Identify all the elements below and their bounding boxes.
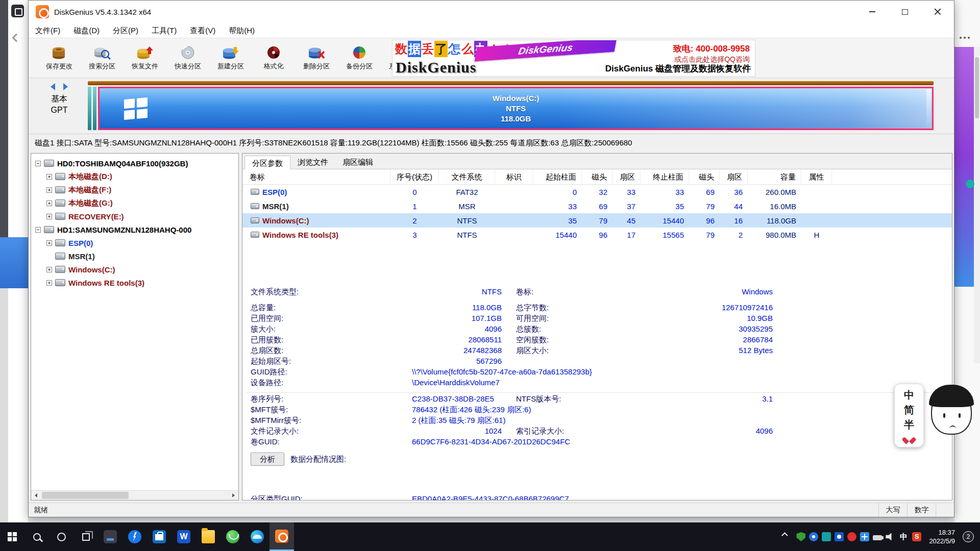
task-view-button[interactable] bbox=[74, 522, 98, 551]
ime-simplified-indicator[interactable]: 简 bbox=[904, 403, 914, 417]
taskbar-app-edge[interactable] bbox=[245, 522, 270, 551]
analyze-button[interactable]: 分析 bbox=[251, 453, 284, 466]
background-scrollbar[interactable] bbox=[974, 47, 980, 363]
tree-item-local-g[interactable]: 本地磁盘(G:) bbox=[31, 196, 238, 210]
esp-partition-sliver[interactable] bbox=[88, 87, 91, 130]
tree-item-msr[interactable]: MSR(1) bbox=[31, 249, 238, 263]
prev-disk-icon[interactable] bbox=[51, 83, 55, 90]
taskbar-app-explorer[interactable] bbox=[196, 522, 220, 551]
backup-partition-button[interactable]: 备份分区 bbox=[338, 40, 381, 77]
search-icon bbox=[33, 533, 41, 541]
partition-icon bbox=[251, 232, 259, 238]
taskbar-app-diskgenius[interactable] bbox=[270, 522, 294, 551]
menu-disk[interactable]: 磁盘(D) bbox=[67, 23, 106, 38]
taskbar-app-word[interactable]: W bbox=[172, 522, 196, 551]
ime-lang-indicator[interactable]: 中 bbox=[904, 388, 914, 402]
msr-partition-sliver[interactable] bbox=[93, 87, 96, 130]
expand-icon[interactable] bbox=[46, 187, 52, 193]
next-disk-icon[interactable] bbox=[63, 83, 68, 90]
tree-item-local-d[interactable]: 本地磁盘(D:) bbox=[31, 170, 238, 183]
tree-horizontal-scrollbar[interactable] bbox=[31, 490, 238, 500]
taskbar-app-flash[interactable] bbox=[122, 522, 147, 551]
table-row-esp[interactable]: ESP(0) 0 FAT32 0 32 33 33 69 36 260.0MB bbox=[242, 185, 952, 199]
tab-browse-files[interactable]: 浏览文件 bbox=[290, 155, 335, 169]
save-changes-button[interactable]: 保存更改 bbox=[38, 40, 81, 77]
maximize-button[interactable] bbox=[889, 1, 921, 23]
security-tray-icon[interactable] bbox=[796, 532, 805, 541]
start-button[interactable] bbox=[0, 522, 24, 551]
ime-halfwidth-indicator[interactable]: 半 bbox=[904, 418, 914, 432]
expand-icon[interactable] bbox=[46, 267, 52, 272]
tab-sector-editor[interactable]: 扇区编辑 bbox=[335, 155, 380, 169]
re-tools-partition-sliver[interactable] bbox=[926, 89, 931, 128]
menu-tools[interactable]: 工具(T) bbox=[145, 23, 183, 38]
delete-partition-button[interactable]: 删除分区 bbox=[295, 40, 338, 77]
expand-icon[interactable] bbox=[46, 280, 52, 286]
disk-icon bbox=[44, 226, 54, 233]
minimize-button[interactable] bbox=[856, 1, 889, 23]
table-row-windows-c[interactable]: Windows(C:) 2 NTFS 35 79 45 15440 96 16 … bbox=[242, 213, 952, 228]
back-arrow-icon[interactable] bbox=[12, 34, 21, 42]
ime-indicator[interactable]: 中 bbox=[898, 532, 909, 541]
menu-help[interactable]: 帮助(H) bbox=[222, 23, 261, 38]
scroll-track[interactable] bbox=[41, 491, 229, 500]
tab-partition-parameters[interactable]: 分区参数 bbox=[244, 156, 290, 169]
tree-item-esp[interactable]: ESP(0) bbox=[31, 236, 238, 249]
menu-file[interactable]: 文件(F) bbox=[29, 23, 67, 38]
cortana-button[interactable] bbox=[49, 522, 74, 551]
search-partition-button[interactable]: 搜索分区 bbox=[81, 40, 124, 77]
scroll-right-button[interactable] bbox=[229, 491, 238, 500]
expand-icon[interactable] bbox=[46, 201, 52, 206]
new-partition-button[interactable]: 新建分区 bbox=[209, 40, 252, 77]
detail-row: 总扇区数:247482368 扇区大小:512 Bytes bbox=[242, 346, 952, 357]
disk-info-line: 磁盘1 接口:SATA 型号:SAMSUNGMZNLN128HAHQ-000H1… bbox=[29, 134, 954, 152]
menu-partition[interactable]: 分区(P) bbox=[106, 23, 145, 38]
collapse-icon[interactable] bbox=[35, 161, 41, 166]
ime-status-card[interactable]: 中 简 半 bbox=[894, 384, 924, 447]
windows-c-partition-bar[interactable]: Windows(C:) NTFS 118.0GB bbox=[98, 87, 934, 130]
taskbar-search-button[interactable] bbox=[24, 522, 49, 551]
battery-icon[interactable] bbox=[873, 535, 882, 540]
close-button[interactable] bbox=[921, 1, 954, 23]
tree-item-recovery-e[interactable]: RECOVERY(E:) bbox=[31, 210, 238, 223]
cartoon-figure bbox=[927, 384, 976, 445]
menu-view[interactable]: 查看(V) bbox=[183, 23, 222, 38]
scrollbar-thumb[interactable] bbox=[975, 57, 979, 118]
tray-icon-teal[interactable] bbox=[822, 532, 831, 541]
scroll-thumb[interactable] bbox=[42, 492, 129, 499]
expand-icon[interactable] bbox=[46, 174, 52, 180]
taskbar-app-browser[interactable] bbox=[220, 522, 245, 551]
format-button[interactable]: 格式化 bbox=[252, 40, 295, 77]
recover-files-button[interactable]: 恢复文件 bbox=[124, 40, 166, 77]
tree-item-hd0[interactable]: HD0:TOSHIBAMQ04ABF100(932GB) bbox=[31, 157, 238, 170]
diskgenius-window: DiskGenius V5.4.3.1342 x64 文件(F) 磁盘(D) 分… bbox=[28, 0, 954, 517]
sogou-tray-icon[interactable]: S bbox=[912, 532, 921, 541]
taskbar-app-store[interactable] bbox=[147, 522, 172, 551]
taskbar-app-pinned[interactable] bbox=[98, 522, 122, 551]
expand-icon[interactable] bbox=[46, 214, 52, 219]
minimize-icon bbox=[869, 11, 875, 12]
taskbar-clock[interactable]: 18:37 2022/5/9 bbox=[925, 528, 959, 545]
table-row-windows-re[interactable]: Windows RE tools(3) 3 NTFS 15440 96 17 1… bbox=[242, 228, 952, 242]
tree-item-local-f[interactable]: 本地磁盘(F:) bbox=[31, 183, 238, 196]
promo-banner[interactable]: 数据丢了怎么办！！ DiskGenius DiskGenius 致电: 400-… bbox=[392, 40, 755, 77]
recover-files-icon bbox=[136, 45, 154, 60]
tray-icon-blue-square[interactable] bbox=[835, 532, 844, 541]
tray-icon-red[interactable] bbox=[847, 532, 856, 541]
partition-detail-panel: 分区参数 浏览文件 扇区编辑 卷标 序号(状态) 文件系统 标识 起始柱面 磁头… bbox=[242, 153, 952, 500]
tree-item-hd1[interactable]: HD1:SAMSUNGMZNLN128HAHQ-000 bbox=[31, 223, 238, 236]
tree-item-windows-c[interactable]: Windows(C:) bbox=[31, 263, 238, 276]
tray-expand-button[interactable] bbox=[783, 532, 793, 541]
tray-icon-blue-circle[interactable] bbox=[809, 532, 818, 541]
tree-item-windows-re[interactable]: Windows RE tools(3) bbox=[31, 276, 238, 289]
table-row-msr[interactable]: MSR(1) 1 MSR 33 69 37 35 79 44 16.0MB bbox=[242, 199, 952, 213]
expand-icon[interactable] bbox=[46, 240, 52, 246]
action-center-badge[interactable]: 2 bbox=[963, 531, 974, 542]
more-icon[interactable] bbox=[960, 37, 973, 40]
quick-partition-button[interactable]: 快速分区 bbox=[166, 40, 209, 77]
collapse-icon[interactable] bbox=[35, 227, 41, 233]
volume-icon[interactable] bbox=[886, 532, 895, 541]
scroll-left-button[interactable] bbox=[31, 491, 41, 500]
detail-row: 文件记录大小:1024 索引记录大小:4096 bbox=[242, 427, 952, 437]
tray-icon-snowflake[interactable] bbox=[860, 532, 869, 541]
